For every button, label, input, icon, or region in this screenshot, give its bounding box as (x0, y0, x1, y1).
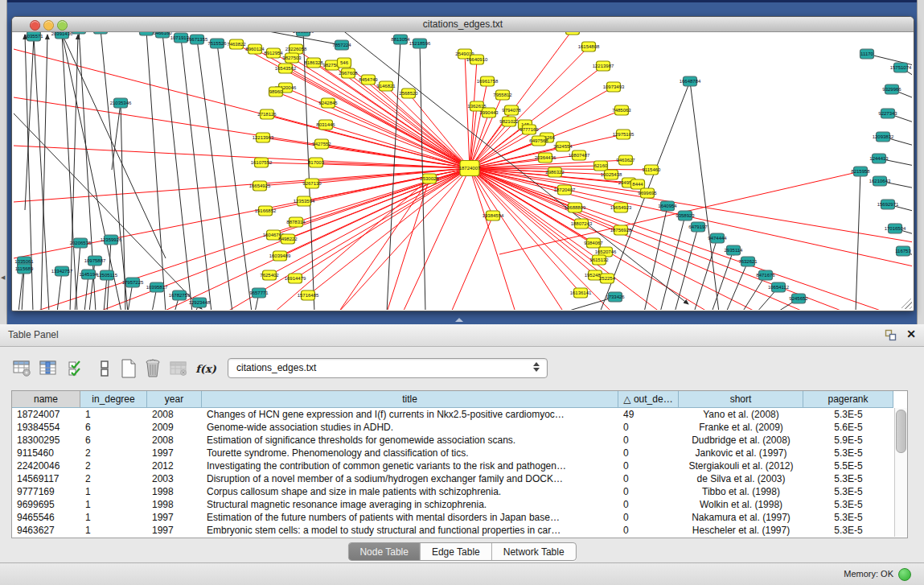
table-cell[interactable]: de Silva et al. (2003) (679, 472, 803, 485)
graph-node[interactable]: 7463822 (227, 39, 246, 49)
table-cell[interactable]: 2008 (147, 434, 202, 447)
table-row[interactable]: 1872400712008Changes of HCN gene express… (12, 408, 893, 421)
table-cell[interactable]: 1997 (147, 524, 202, 537)
table-cell[interactable]: 1 (80, 511, 147, 524)
graph-node[interactable]: 15218596 (409, 39, 431, 48)
table-cell[interactable]: Investigating the contribution of common… (202, 459, 618, 472)
graph-node[interactable]: 10807487 (569, 150, 590, 160)
graph-node[interactable]: 2530023 (420, 174, 439, 183)
table-cell[interactable]: 0 (618, 459, 679, 472)
graph-node[interactable]: 2986322 (545, 167, 565, 177)
graph-node[interactable]: 10025438 (601, 170, 622, 179)
table-cell[interactable]: 0 (618, 421, 679, 434)
table-cell[interactable]: Tibbo et al. (1998) (679, 485, 803, 498)
graph-node[interactable]: 2935114 (725, 245, 744, 255)
graph-node[interactable]: 16914479 (285, 274, 306, 283)
table-cell[interactable]: 5.3E-5 (803, 447, 893, 459)
graph-node[interactable]: 20364436 (535, 153, 556, 163)
graph-node[interactable]: 2718126 (257, 109, 277, 119)
graph-node[interactable]: 1640954 (658, 201, 677, 211)
tab-network-table[interactable]: Network Table (491, 543, 576, 560)
table-cell[interactable]: 5.9E-5 (803, 434, 893, 447)
table-cell[interactable]: 18724007 (12, 408, 80, 421)
table-cell[interactable]: 2012 (147, 459, 202, 472)
graph-node[interactable]: 9358923 (676, 211, 695, 220)
graph-node[interactable]: 2568520 (399, 89, 418, 98)
graph-node[interactable]: 8878314 (286, 217, 306, 227)
graph-node[interactable]: 16033809 (293, 32, 314, 36)
graph-node[interactable]: 9821022 (499, 117, 519, 126)
graph-node[interactable]: 10655287 (90, 32, 112, 34)
graph-node[interactable]: 9794078 (502, 105, 521, 115)
graph-node[interactable]: 9227343 (878, 109, 897, 118)
graph-node[interactable]: 62160 (594, 161, 609, 171)
graph-node[interactable]: 7955812 (493, 90, 512, 100)
network-canvas[interactable]: 1872400725300237463822896012489129542322… (12, 32, 912, 310)
table-cell[interactable]: 2 (80, 447, 147, 459)
table-cell[interactable]: Dudbridge et al. (2008) (679, 434, 803, 447)
table-row[interactable]: 2242004622012Investigating the contribut… (12, 459, 893, 472)
graph-node[interactable]: 9827503 (282, 53, 302, 63)
column-header-in_degree[interactable]: in_degree (80, 391, 147, 408)
table-vertical-scrollbar[interactable] (894, 408, 907, 537)
graph-node[interactable]: 10395817 (146, 282, 168, 292)
graph-node[interactable]: 116753 (895, 246, 911, 256)
select-rows-icon[interactable] (64, 356, 87, 381)
table-cell[interactable]: Nakamura et al. (1997) (679, 511, 803, 524)
graph-node[interactable]: 6497568 (529, 136, 548, 146)
table-row[interactable]: 946362711997Embryonic stem cells: a mode… (12, 524, 893, 537)
graph-node[interactable]: 10975887 (84, 256, 106, 266)
tab-edge-table[interactable]: Edge Table (420, 543, 491, 560)
table-cell[interactable]: 9463627 (12, 524, 80, 537)
graph-node[interactable]: 9245652 (789, 294, 808, 303)
column-header-year[interactable]: year (147, 391, 202, 408)
graph-node[interactable]: 817003 (308, 158, 325, 167)
graph-node[interactable]: 20391436 (51, 32, 73, 39)
graph-node[interactable]: 1244413 (869, 154, 889, 163)
graph-node[interactable]: 1733426 (606, 292, 625, 302)
delete-trash-icon[interactable] (142, 356, 164, 381)
graph-node[interactable]: 98960 (269, 87, 284, 97)
table-cell[interactable]: Changes of HCN gene expression and I(f) … (202, 408, 618, 421)
graph-node[interactable]: 8912954 (264, 48, 283, 58)
graph-node[interactable]: 8215958 (851, 167, 870, 176)
table-row[interactable]: 946554611997Estimation of the future num… (12, 511, 893, 524)
graph-node[interactable]: 10973493 (603, 82, 625, 92)
graph-node[interactable]: 9474444 (708, 233, 727, 243)
graph-node[interactable]: 8960124 (245, 44, 265, 54)
table-cell[interactable]: 5.3E-5 (803, 472, 893, 485)
graph-node[interactable]: 12359926 (101, 235, 122, 245)
table-cell[interactable]: 0 (618, 498, 679, 511)
graph-node[interactable]: 9146821 (376, 81, 396, 91)
graph-node[interactable]: 3624554 (553, 142, 573, 151)
graph-node[interactable]: 12505115 (97, 270, 118, 280)
graph-node[interactable]: 9699695 (638, 188, 657, 198)
table-cell[interactable]: Corpus callosum shape and size in male p… (202, 485, 618, 498)
table-cell[interactable]: Estimation of significance thresholds fo… (202, 434, 618, 447)
graph-node[interactable]: 18724007 (459, 161, 481, 176)
table-row[interactable]: 911546021997Tourette syndrome. Phenomeno… (12, 447, 893, 459)
graph-node[interactable]: 9329966 (882, 84, 901, 94)
table-cell[interactable]: 5.3E-5 (803, 498, 893, 511)
table-cell[interactable]: 0 (618, 472, 679, 485)
graph-node[interactable]: 1115689 (15, 264, 34, 274)
graph-node[interactable]: 6479197 (688, 222, 708, 232)
table-cell[interactable]: 0 (618, 447, 679, 459)
table-cell[interactable]: 2 (80, 459, 147, 472)
graph-node[interactable]: 1615132 (589, 255, 609, 265)
table-cell[interactable]: 1998 (147, 485, 202, 498)
table-cell[interactable]: 0 (618, 511, 679, 524)
graph-node[interactable]: 9384067 (584, 238, 603, 248)
close-panel-icon[interactable]: ✕ (906, 328, 916, 340)
graph-node[interactable]: 1990443 (479, 108, 499, 117)
graph-node[interactable]: 16961758 (477, 76, 499, 86)
graph-node[interactable]: 11170 (860, 49, 874, 59)
graph-node[interactable]: 7485063 (612, 105, 631, 115)
graph-node[interactable]: 9427552 (312, 139, 331, 149)
column-header-name[interactable]: name (12, 391, 80, 408)
table-cell[interactable]: 1 (80, 524, 147, 537)
table-cell[interactable]: 0 (618, 524, 679, 537)
graph-node[interactable]: 21035346 (110, 98, 132, 108)
table-cell[interactable]: Tourette syndrome. Phenomenology and cla… (202, 447, 618, 459)
table-cell[interactable]: Stergiakouli et al. (2012) (679, 459, 803, 472)
